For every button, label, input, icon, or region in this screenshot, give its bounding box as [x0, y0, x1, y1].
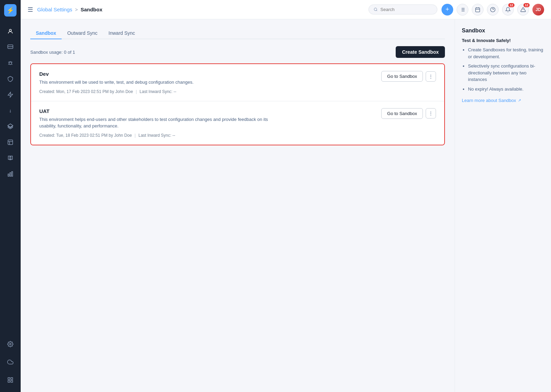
calendar-button[interactable] [472, 4, 484, 16]
sandbox-item-actions-dev: Go to Sandbox ⋮ [381, 71, 436, 82]
topbar-actions: + 12 12 JD [441, 4, 544, 16]
sidebar-item-layers[interactable] [3, 120, 17, 133]
sidebar-item-grid[interactable] [3, 373, 17, 387]
tab-sandbox[interactable]: Sandbox [30, 28, 62, 39]
sandbox-meta-dev: Created: Mon, 17 Feb 2023 02:51 PM by Jo… [39, 89, 374, 94]
sandbox-name-uat: UAT [39, 108, 374, 114]
alert-button[interactable]: 12 [517, 4, 529, 16]
avatar[interactable]: JD [532, 4, 544, 16]
main-container: ☰ Global Settings > Sandbox + [21, 0, 551, 392]
help-button[interactable] [487, 4, 499, 16]
menu-icon[interactable]: ☰ [28, 6, 33, 13]
sandbox-item-header-dev: Dev This environment will be used to wri… [39, 71, 436, 94]
search-icon [374, 7, 378, 12]
sandbox-name-dev: Dev [39, 71, 374, 77]
sandbox-created-dev: Created: Mon, 17 Feb 2023 02:51 PM by Jo… [39, 89, 133, 94]
sandbox-created-uat: Created: Tue, 18 Feb 2023 02:51 PM by Jo… [39, 133, 132, 138]
learn-more-text: Learn more about Sandbox [462, 98, 516, 103]
sandbox-item-left-uat: UAT This environment helps end-users and… [39, 108, 374, 138]
content-area: Sandbox Outward Sync Inward Sync Sandbox… [21, 19, 551, 392]
svg-rect-10 [12, 172, 13, 176]
create-sandbox-button[interactable]: Create Sandbox [396, 46, 445, 58]
tabs: Sandbox Outward Sync Inward Sync [30, 28, 445, 39]
sidebar-item-list[interactable] [3, 135, 17, 149]
sidebar-item-lightning[interactable] [3, 88, 17, 102]
sidebar-item-person[interactable] [3, 24, 17, 38]
svg-rect-8 [8, 174, 9, 176]
notification-button[interactable]: 12 [502, 4, 514, 16]
tab-inward-sync[interactable]: Inward Sync [103, 28, 141, 39]
sidebar-item-shield[interactable] [3, 72, 17, 86]
svg-point-0 [9, 29, 11, 31]
sandbox-sync-dev: Last Inward Sync: -- [139, 89, 176, 94]
svg-point-11 [10, 343, 11, 345]
panel-bullet-2: Selectively sync configurations bi-direc… [468, 63, 544, 83]
external-link-icon: ↗ [518, 98, 521, 103]
sandbox-item-header-uat: UAT This environment helps end-users and… [39, 108, 436, 138]
app-logo[interactable]: ⚡ [4, 4, 17, 17]
svg-rect-9 [10, 173, 11, 176]
breadcrumb: Global Settings > Sandbox [37, 7, 102, 12]
breadcrumb-current: Sandbox [81, 7, 102, 12]
svg-rect-12 [8, 378, 10, 379]
breadcrumb-parent[interactable]: Global Settings [37, 7, 72, 12]
topbar: ☰ Global Settings > Sandbox + [21, 0, 551, 19]
sidebar: ⚡ [0, 0, 21, 392]
sandbox-item-actions-uat: Go to Sandbox ⋮ [381, 108, 436, 119]
search-bar[interactable] [368, 4, 437, 14]
sidebar-item-book[interactable] [3, 151, 17, 165]
svg-rect-23 [476, 8, 480, 12]
svg-rect-15 [8, 381, 10, 382]
sandbox-item-left-dev: Dev This environment will be used to wri… [39, 71, 374, 94]
panel-bullet-3: No expiry! Always available. [468, 86, 544, 93]
sandbox-usage-label: Sandbox usage: 0 of 1 [30, 50, 75, 55]
goto-sandbox-dev-button[interactable]: Go to Sandbox [381, 71, 423, 82]
task-list-button[interactable] [457, 4, 468, 16]
meta-separator-dev: | [136, 89, 137, 94]
search-input[interactable] [381, 7, 432, 12]
more-options-uat-button[interactable]: ⋮ [426, 108, 436, 118]
sandbox-list-container: Dev This environment will be used to wri… [30, 63, 445, 145]
svg-rect-14 [11, 381, 13, 382]
sandbox-item-dev: Dev This environment will be used to wri… [31, 64, 444, 101]
notification-badge: 12 [508, 3, 514, 7]
panel-title: Sandbox [462, 28, 544, 34]
more-options-dev-button[interactable]: ⋮ [426, 71, 436, 82]
svg-rect-5 [8, 140, 13, 145]
add-button[interactable]: + [441, 4, 453, 16]
svg-point-3 [10, 112, 11, 112]
sandbox-desc-uat: This environment helps end-users and oth… [39, 116, 280, 130]
sandbox-meta-uat: Created: Tue, 18 Feb 2023 02:51 PM by Jo… [39, 133, 374, 138]
sandbox-header-row: Sandbox usage: 0 of 1 Create Sandbox [30, 46, 445, 58]
sidebar-item-settings[interactable] [3, 337, 17, 351]
goto-sandbox-uat-button[interactable]: Go to Sandbox [381, 108, 423, 119]
alert-badge: 12 [523, 3, 530, 7]
tab-outward-sync[interactable]: Outward Sync [62, 28, 103, 39]
sandbox-item-uat: UAT This environment helps end-users and… [31, 101, 444, 145]
svg-rect-13 [11, 378, 13, 379]
learn-more-link[interactable]: Learn more about Sandbox ↗ [462, 98, 544, 103]
sidebar-item-chart[interactable] [3, 167, 17, 181]
sidebar-item-bug[interactable] [3, 56, 17, 70]
panel-subtitle: Test & Innovate Safely! [462, 38, 544, 43]
sidebar-item-cloud[interactable] [3, 355, 17, 369]
main-content: Sandbox Outward Sync Inward Sync Sandbox… [21, 19, 455, 392]
breadcrumb-separator: > [75, 7, 78, 12]
meta-separator-uat: | [135, 133, 136, 138]
sandbox-desc-dev: This environment will be used to write, … [39, 79, 280, 86]
panel-list: Create Sandboxes for testing, training o… [462, 47, 544, 92]
sidebar-item-alert[interactable] [3, 104, 17, 117]
svg-point-2 [9, 62, 12, 65]
right-panel: Sandbox Test & Innovate Safely! Create S… [455, 19, 551, 392]
svg-point-16 [374, 8, 377, 11]
sandbox-sync-uat: Last Inward Sync: -- [138, 133, 175, 138]
panel-bullet-1: Create Sandboxes for testing, training o… [468, 47, 544, 60]
sidebar-item-inbox[interactable] [3, 40, 17, 54]
